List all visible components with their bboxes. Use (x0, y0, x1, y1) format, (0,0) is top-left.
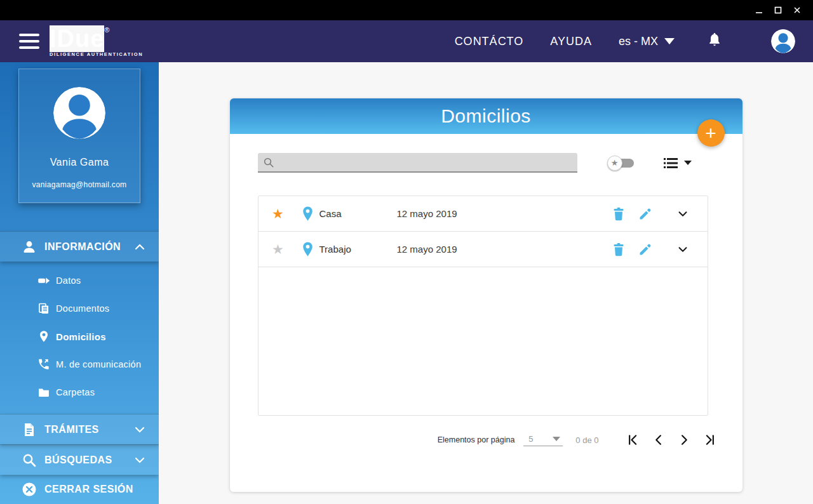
sidebar-section-informacion[interactable]: INFORMACIÓN (0, 231, 159, 262)
expand-row-button[interactable] (676, 242, 690, 256)
last-page-button[interactable] (703, 434, 716, 446)
minimize-icon (755, 6, 763, 15)
chevron-down-icon (135, 457, 145, 463)
page-range-label: 0 de 0 (575, 435, 598, 445)
domicilios-list: ★ Casa 12 mayo 2019 (258, 196, 708, 416)
delete-button[interactable] (611, 242, 626, 257)
header-nav: CONTÁCTO AYUDA es - MX (455, 29, 795, 53)
pagination-nav (627, 434, 716, 446)
registered-mark: ® (104, 26, 109, 34)
sidebar-item-carpetas[interactable]: Carpetas (0, 378, 159, 406)
sidebar-item-label: M. de comunicación (56, 359, 141, 369)
chevron-down-icon (664, 38, 675, 44)
items-per-page-label: Elementos por página (438, 435, 515, 444)
sidebar-section-label: TRÁMITES (44, 424, 99, 435)
documents-icon (37, 302, 50, 315)
favorite-star-icon[interactable]: ★ (271, 206, 285, 222)
sidebar-item-label: Documentos (56, 303, 109, 314)
sidebar-item-label: Datos (56, 275, 81, 286)
nav-contact[interactable]: CONTÁCTO (455, 35, 524, 48)
logo-tagline: DILIGENCE AUTHENTICATION (50, 52, 143, 57)
domicilio-name: Casa (319, 208, 397, 219)
previous-page-button[interactable] (652, 434, 665, 446)
edit-button[interactable] (638, 242, 653, 257)
chevron-up-icon (135, 244, 145, 250)
search-box (258, 153, 577, 173)
sidebar-item-documentos[interactable]: Documentos (0, 295, 159, 322)
close-circle-icon (22, 482, 37, 497)
sidebar-section-label: BÚSQUEDAS (44, 454, 112, 466)
sidebar-item-domicilios[interactable]: Domicilios (0, 322, 159, 350)
maximize-button[interactable] (769, 3, 788, 18)
favorites-filter-toggle[interactable]: ★ (607, 156, 635, 171)
add-domicilio-button[interactable]: + (697, 119, 725, 147)
language-value: es - MX (619, 35, 658, 48)
domicilio-date: 12 mayo 2019 (397, 244, 457, 255)
view-options-dropdown[interactable] (663, 157, 692, 169)
nav-help[interactable]: AYUDA (550, 35, 592, 48)
chevron-down-icon (553, 437, 560, 441)
location-pin-icon (302, 206, 314, 222)
toolbar-right: ★ (607, 156, 717, 171)
language-selector[interactable]: es - MX (619, 35, 675, 48)
app-logo: IDue® DILIGENCE AUTHENTICATION (50, 27, 143, 57)
app-header: IDue® DILIGENCE AUTHENTICATION CONTÁCTO … (0, 20, 813, 62)
user-avatar[interactable] (771, 29, 795, 53)
list-view-icon (663, 157, 678, 169)
pagination: Elementos por página 5 0 de 0 (230, 416, 742, 446)
card-header: Domicilios (230, 98, 742, 134)
notifications-button[interactable] (708, 32, 722, 51)
profile-name: Vania Gama (50, 157, 109, 168)
person-icon (22, 239, 37, 255)
page-size-select[interactable]: 5 (523, 434, 563, 446)
menu-button[interactable] (19, 34, 39, 49)
page-size-value: 5 (528, 434, 553, 444)
hamburger-icon (19, 34, 39, 36)
file-icon (22, 422, 37, 437)
sidebar-item-datos[interactable]: Datos (0, 267, 159, 295)
card-icon (37, 274, 50, 287)
plus-icon: + (705, 124, 716, 143)
maximize-icon (774, 6, 783, 15)
first-page-button[interactable] (627, 434, 640, 446)
toolbar: ★ (230, 134, 742, 173)
bell-icon (708, 32, 722, 48)
list-item: ★ Casa 12 mayo 2019 (259, 196, 708, 232)
informacion-subnav: Datos Documentos Domicilios (0, 262, 159, 414)
domicilio-date: 12 mayo 2019 (397, 208, 457, 219)
list-item: ★ Trabajo 12 mayo 2019 (259, 232, 708, 267)
profile-card: Vania Gama vaniagamag@hotmail.com (18, 69, 140, 203)
sidebar-item-label: Domicilios (56, 331, 106, 342)
sidebar-item-label: Carpetas (56, 387, 95, 397)
sidebar-section-label: INFORMACIÓN (44, 241, 121, 253)
search-icon (22, 453, 37, 468)
row-actions (611, 242, 690, 257)
logout-button[interactable]: CERRAR SESIÓN (0, 475, 159, 504)
delete-button[interactable] (611, 206, 626, 222)
star-icon: ★ (607, 156, 622, 171)
page-title: Domicilios (441, 105, 531, 127)
expand-row-button[interactable] (676, 207, 690, 221)
location-pin-icon (302, 241, 314, 257)
domicilio-name: Trabajo (319, 244, 397, 255)
search-input[interactable] (274, 157, 572, 168)
close-button[interactable] (788, 3, 807, 18)
profile-avatar (53, 87, 105, 139)
sidebar-section-tramites[interactable]: TRÁMITES (0, 414, 159, 444)
chevron-down-icon (135, 427, 145, 433)
edit-button[interactable] (638, 206, 653, 222)
sidebar-section-busquedas[interactable]: BÚSQUEDAS (0, 444, 159, 475)
sidebar-item-m-de-comunicacion[interactable]: M. de comunicación (0, 350, 159, 378)
window-titlebar (0, 0, 813, 20)
search-icon (263, 157, 274, 168)
phone-icon (37, 358, 50, 371)
minimize-button[interactable] (749, 3, 769, 18)
logo-title: IDue (50, 25, 104, 52)
next-page-button[interactable] (678, 434, 690, 446)
favorite-star-icon[interactable]: ★ (271, 242, 285, 257)
profile-email: vaniagamag@hotmail.com (32, 180, 127, 189)
close-icon (793, 6, 802, 15)
sidebar: Vania Gama vaniagamag@hotmail.com INFORM… (0, 62, 159, 504)
main-content: Domicilios + ★ (159, 62, 813, 504)
row-actions (611, 206, 690, 222)
